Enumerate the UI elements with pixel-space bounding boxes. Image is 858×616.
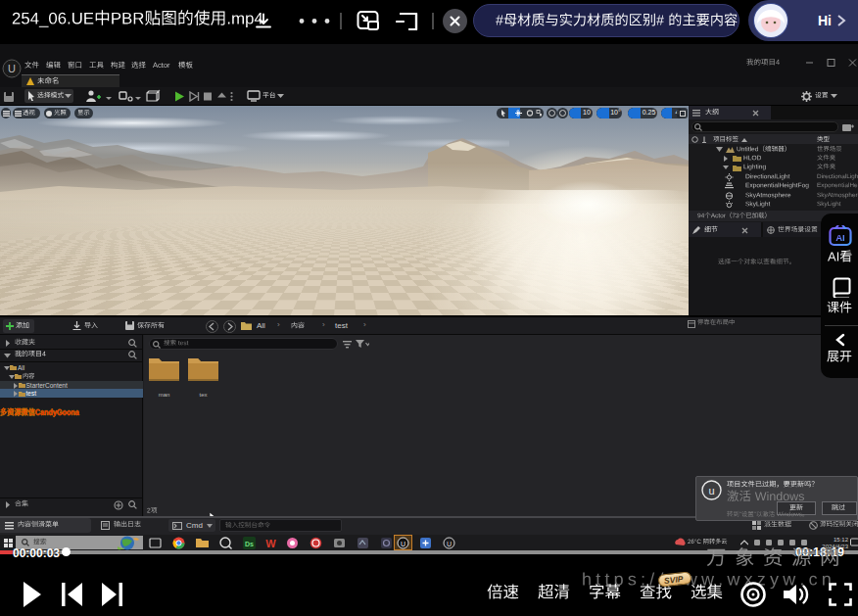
svg-text:Ds: Ds [245, 541, 254, 547]
svg-text:U: U [8, 63, 16, 74]
svg-text:U: U [447, 541, 452, 547]
svg-text:U: U [401, 541, 405, 547]
svg-text:u: u [708, 485, 714, 497]
svg-text:AI: AI [835, 232, 845, 243]
svg-text:W: W [265, 538, 276, 549]
